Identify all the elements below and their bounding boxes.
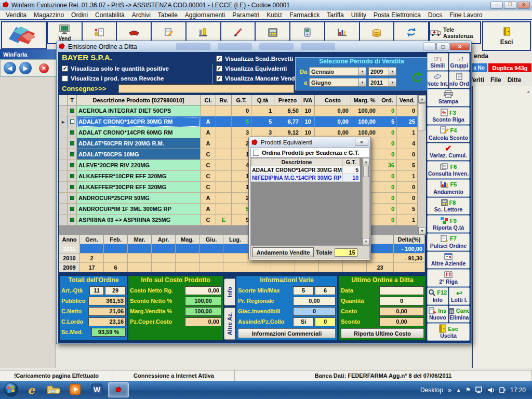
menu-contabilit[interactable]: Contabilità: [91, 10, 128, 20]
menu-docs[interactable]: Docs: [424, 10, 446, 20]
table-row[interactable]: ADALAT*50CPS 10MGC100: [59, 149, 426, 160]
checkbox-icon[interactable]: ✓: [62, 65, 68, 72]
esci-button[interactable]: Esci: [482, 21, 531, 51]
show-hidden-icons[interactable]: ▲: [456, 388, 461, 393]
from-month-select[interactable]: Gennaio▼: [309, 67, 366, 76]
word-taskbar-button[interactable]: W: [86, 382, 107, 397]
stop-icon[interactable]: ✕: [39, 63, 49, 73]
popup-close-button[interactable]: ✕: [355, 139, 368, 146]
desktop-toolbar-label[interactable]: Desktop: [420, 387, 443, 394]
column-header-t[interactable]: T: [68, 95, 77, 105]
scroll-down-icon[interactable]: ▼: [418, 227, 426, 235]
media-player-taskbar-button[interactable]: [64, 382, 85, 397]
internet-explorer-taskbar-button[interactable]: e: [21, 382, 42, 397]
checkbox-icon[interactable]: ✓: [216, 65, 222, 72]
row-selector[interactable]: [59, 182, 68, 193]
to-year-select[interactable]: 2011▼: [368, 78, 396, 87]
consegne-input[interactable]: [118, 84, 294, 93]
sidebar-button-riporta-q-t[interactable]: F9Riporta Q.tà: [427, 215, 470, 233]
informazioni-commerciali-button[interactable]: Informazioni Commerciali: [238, 328, 336, 338]
row-selector[interactable]: [59, 138, 68, 149]
network-icon[interactable]: [475, 387, 483, 393]
sidebar-button-2-riga[interactable]: 2° Riga: [427, 269, 470, 287]
andamento-vendite-button[interactable]: Andamento Vendite: [252, 247, 314, 257]
column-header-cl[interactable]: Cl.: [201, 95, 216, 105]
menu-utility[interactable]: Utility: [348, 10, 370, 20]
dialog-maximize-button[interactable]: ▢: [436, 43, 449, 50]
column-header-g-t[interactable]: G.T.: [232, 95, 251, 105]
check-visualizza-solo-le-quantit-positive[interactable]: ✓Visualizza solo le quantità positive: [62, 63, 207, 73]
sidebar-button-consulta-inven[interactable]: F6Consulta Inven.: [427, 161, 470, 179]
sidebar-button-nuovo[interactable]: InsNuovo: [427, 305, 448, 323]
table-row[interactable]: ANDROCUR*IM 1F 3ML 300MG RPA505: [59, 204, 426, 215]
sidebar-button-sconto-riga[interactable]: %F3Sconto Riga: [427, 107, 470, 125]
menu-farmaclick[interactable]: Farmaclick: [286, 10, 323, 20]
checkbox-icon[interactable]: [62, 75, 68, 82]
table-row[interactable]: ASPIRINA 03 => ASPIRINA 325MGCE901: [59, 215, 426, 225]
popup-scrollbar[interactable]: ▲ ▼: [362, 158, 369, 245]
menu-ordini[interactable]: Ordini: [68, 10, 91, 20]
row-selector[interactable]: [59, 215, 68, 225]
table-row[interactable]: ADALAT CRONO*14CPR 60MG RMA339,12100,001…: [59, 127, 426, 138]
popup-titlebar[interactable]: Prodotti Equivalenti ✕: [249, 137, 370, 148]
table-row[interactable]: ALKAEFFER*10CPR EFF 320MGC101: [59, 171, 426, 182]
table-row[interactable]: ALEVE*20CPR RIV 220MGC4365: [59, 160, 426, 171]
sidebar-button-andamento[interactable]: F5Andamento: [427, 179, 470, 197]
checkbox-icon[interactable]: ✓: [216, 56, 222, 62]
tab-info[interactable]: Info: [224, 278, 235, 305]
forward-button[interactable]: ▶: [19, 62, 32, 74]
row-selector[interactable]: [59, 204, 68, 215]
bg-menu-ditte[interactable]: Ditte: [508, 76, 522, 84]
equivalents-list[interactable]: Descrizione G.T. ADALAT CRONO*14CPR 30MG…: [251, 158, 369, 245]
sidebar-button-lotti-i[interactable]: ↩Lotti I.: [449, 287, 470, 305]
menu-parametri[interactable]: Parametri: [229, 10, 263, 20]
table-row[interactable]: ANDROCUR*25CPR 50MGA200: [59, 193, 426, 204]
table-row[interactable]: ADALAT*50CPR RIV 20MG R.M.A204: [59, 138, 426, 149]
row-selector[interactable]: [59, 160, 68, 171]
column-header-vend[interactable]: Vend.: [397, 95, 418, 105]
table-scrollbar[interactable]: ▲ ▼: [418, 95, 426, 235]
minimize-button[interactable]: —: [490, 2, 503, 9]
sidebar-button-calcola-sconto[interactable]: F4Calcola Sconto: [427, 125, 470, 143]
volume-icon[interactable]: [488, 387, 495, 393]
safely-remove-icon[interactable]: [499, 387, 506, 393]
dialog-minimize-button[interactable]: —: [423, 43, 436, 50]
sidebar-button-gruppi[interactable]: →⁝Gruppi: [449, 53, 470, 71]
sidebar-button-info[interactable]: F12Info: [427, 287, 448, 305]
column-header-gt[interactable]: G.T.: [342, 158, 360, 166]
sidebar-button-altre-aziende[interactable]: Altre Aziende: [427, 251, 470, 269]
dialog-titlebar[interactable]: Emissione Ordine a Ditta — ▢ ✕: [57, 41, 471, 52]
refresh-icon[interactable]: [411, 71, 423, 85]
bg-menu-feriti[interactable]: feriti: [471, 76, 484, 84]
menu-kubiz[interactable]: Kubiz: [263, 10, 286, 20]
explorer-folder-taskbar-button[interactable]: [43, 382, 63, 397]
ordina-scadenza-checkbox[interactable]: Ordina Prodotti per Scadenza e G.T.: [251, 148, 369, 158]
from-year-select[interactable]: 2009▼: [368, 67, 396, 76]
check-visualizza-i-prod-senza-revoche[interactable]: Visualizza i prod. senza Revoche: [62, 73, 207, 83]
checkbox-icon[interactable]: [253, 150, 259, 156]
sidebar-button-variaz-cumul[interactable]: ✔Variaz. Cumul.: [427, 143, 470, 161]
sidebar-button-pulisci-ordine[interactable]: F7Pulisci Ordine: [427, 233, 470, 251]
menu-tariffa[interactable]: Tariffa: [323, 10, 347, 20]
menu-vendita[interactable]: Vendita: [2, 10, 30, 20]
clock[interactable]: 17:20: [510, 387, 526, 394]
sidebar-button-simili[interactable]: ☞⁝Simili: [427, 53, 448, 71]
row-selector[interactable]: [59, 105, 68, 116]
riporta-ultimo-costo-button[interactable]: Riporta Ultimo Costo: [341, 328, 424, 338]
restore-button[interactable]: ❐: [504, 2, 516, 9]
table-row[interactable]: ALKAEFFER*30CPR EFF 320MGC100: [59, 182, 426, 193]
column-header-descrizione-prodotto-027980010[interactable]: Descrizione Prodotto [027980010]: [77, 95, 201, 105]
scroll-up-icon[interactable]: ▲: [526, 89, 530, 94]
row-selector[interactable]: ▸: [59, 116, 68, 127]
windows-start-taskbar-button[interactable]: [2, 382, 20, 397]
column-header-rv[interactable]: Rv.: [216, 95, 232, 105]
dialog-close-button[interactable]: ✕: [450, 43, 470, 50]
action-center-flag-icon[interactable]: ⚑: [466, 387, 471, 393]
scroll-thumb[interactable]: [363, 166, 369, 177]
scroll-down-icon[interactable]: ▼: [363, 238, 369, 245]
sidebar-button-info-ord[interactable]: Info Ord.: [449, 71, 470, 89]
table-row[interactable]: ACEROLA INTEGRAT DIET 50CPS018,50100,001…: [59, 105, 426, 116]
table-row[interactable]: ▸ADALAT CRONO*14CPR 30MG RMA556,77100,00…: [59, 116, 426, 127]
sidebar-button-note-int[interactable]: Note Int.: [427, 71, 448, 89]
row-selector[interactable]: [59, 171, 68, 182]
